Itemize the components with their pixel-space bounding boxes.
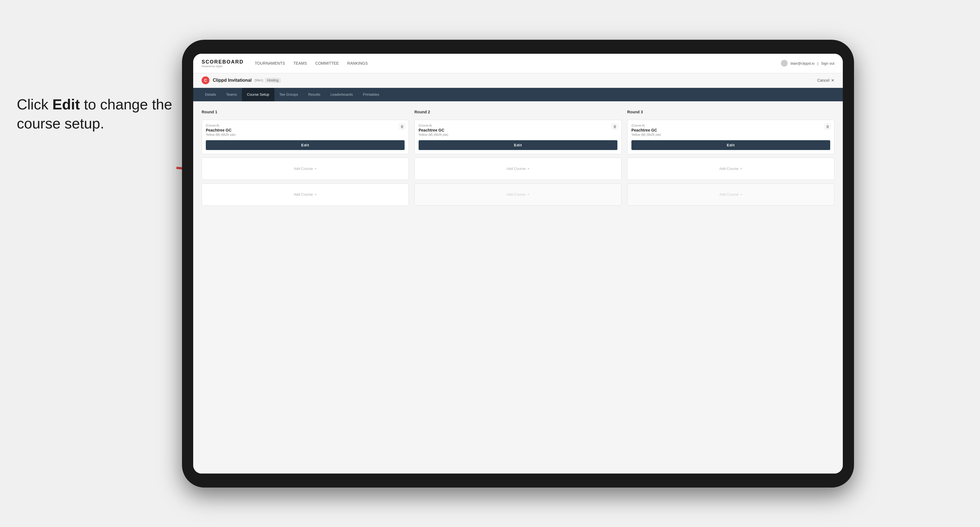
round3-add-course-1-label: Add Course: [719, 167, 739, 171]
plus-icon-1: +: [315, 167, 317, 171]
trash-icon-2: 🗑: [613, 124, 617, 129]
nav-separator: |: [817, 61, 818, 65]
plus-icon-2: +: [315, 192, 317, 197]
round-1-add-course-2[interactable]: Add Course +: [202, 183, 409, 206]
round-1-delete-icon[interactable]: 🗑: [399, 124, 405, 130]
round-3-edit-button[interactable]: Edit: [632, 140, 830, 150]
rounds-container: Round 1 (Course A) Peachtree GC Yellow (…: [202, 110, 834, 206]
tab-teams[interactable]: Teams: [221, 88, 242, 101]
round3-add-course-2-label: Add Course: [719, 192, 739, 197]
round-3-column: Round 3 (Course A) Peachtree GC Yellow (…: [627, 110, 834, 206]
trash-icon: 🗑: [400, 124, 404, 129]
tab-printables[interactable]: Printables: [358, 88, 384, 101]
nav-rankings[interactable]: RANKINGS: [347, 60, 368, 67]
round-1-column: Round 1 (Course A) Peachtree GC Yellow (…: [202, 110, 409, 206]
plus-icon-3: +: [528, 167, 530, 171]
round-3-add-course-2: Add Course +: [627, 183, 834, 206]
round-3-course-card: (Course A) Peachtree GC Yellow (M) (6629…: [627, 120, 834, 154]
user-avatar: [781, 60, 788, 67]
sub-nav: Details Teams Course Setup Tee Groups Re…: [193, 88, 843, 101]
tournament-name: Clippd Invitational: [213, 78, 252, 83]
round-3-delete-icon[interactable]: 🗑: [825, 124, 831, 130]
plus-icon-4: +: [528, 192, 530, 197]
round-2-edit-button[interactable]: Edit: [418, 140, 617, 150]
tablet-device: SCOREBOARD Powered by clippd TOURNAMENTS…: [182, 40, 854, 487]
cancel-button[interactable]: Cancel ✕: [817, 78, 834, 83]
user-email: blair@clippd.io: [791, 61, 814, 65]
logo-title: SCOREBOARD: [202, 59, 243, 65]
tournament-bar: C Clippd Invitational (Men) Hosting Canc…: [193, 73, 843, 88]
round-3-course-name: Peachtree GC: [632, 128, 830, 132]
round-3-add-course-1[interactable]: Add Course +: [627, 157, 834, 180]
round-2-course-name: Peachtree GC: [418, 128, 617, 132]
logo-sub: Powered by clippd: [202, 65, 243, 68]
trash-icon-3: 🗑: [826, 124, 830, 129]
tournament-logo: C: [202, 76, 210, 84]
top-nav: SCOREBOARD Powered by clippd TOURNAMENTS…: [193, 54, 843, 73]
round-2-add-course-2: Add Course +: [414, 183, 622, 206]
plus-icon-5: +: [740, 167, 743, 171]
round-2-course-label: (Course A): [418, 124, 617, 127]
round2-add-course-1-label: Add Course: [506, 167, 526, 171]
scoreboard-logo: SCOREBOARD Powered by clippd: [202, 59, 243, 68]
round-2-delete-icon[interactable]: 🗑: [612, 124, 618, 130]
round-1-course-card: (Course A) Peachtree GC Yellow (M) (6629…: [202, 120, 409, 154]
tournament-gender: (Men): [255, 78, 263, 82]
tab-course-setup[interactable]: Course Setup: [242, 88, 274, 101]
round-3-course-label: (Course A): [632, 124, 830, 127]
close-icon: ✕: [831, 78, 834, 83]
main-nav: TOURNAMENTS TEAMS COMMITTEE RANKINGS: [255, 60, 781, 67]
nav-teams[interactable]: TEAMS: [293, 60, 307, 67]
instruction-bold: Edit: [52, 96, 80, 113]
tab-leaderboards[interactable]: Leaderboards: [325, 88, 358, 101]
round-1-edit-button[interactable]: Edit: [206, 140, 405, 150]
round-2-column: Round 2 (Course A) Peachtree GC Yellow (…: [414, 110, 622, 206]
add-course-2-label: Add Course: [294, 192, 313, 197]
round-2-add-course-1[interactable]: Add Course +: [414, 157, 622, 180]
round-1-title: Round 1: [202, 110, 409, 114]
hosting-badge: Hosting: [265, 78, 281, 83]
round-1-course-details: Yellow (M) (6629 yds): [206, 133, 405, 136]
main-content: Round 1 (Course A) Peachtree GC Yellow (…: [193, 101, 843, 473]
round-1-course-name: Peachtree GC: [206, 128, 405, 132]
round-1-add-course-1[interactable]: Add Course +: [202, 157, 409, 180]
tab-tee-groups[interactable]: Tee Groups: [274, 88, 303, 101]
round2-add-course-2-label: Add Course: [506, 192, 526, 197]
nav-committee[interactable]: COMMITTEE: [315, 60, 339, 67]
nav-right: blair@clippd.io | Sign out: [781, 60, 834, 67]
nav-tournaments[interactable]: TOURNAMENTS: [255, 60, 285, 67]
round-3-title: Round 3: [627, 110, 834, 114]
instruction-text: Click Edit to change the course setup.: [17, 95, 173, 133]
round-2-course-details: Yellow (M) (6629 yds): [418, 133, 617, 136]
round-1-course-label: (Course A): [206, 124, 405, 127]
instruction-prefix: Click: [17, 96, 52, 113]
plus-icon-6: +: [740, 192, 743, 197]
add-course-1-label: Add Course: [294, 167, 313, 171]
round-2-title: Round 2: [414, 110, 622, 114]
tablet-screen: SCOREBOARD Powered by clippd TOURNAMENTS…: [193, 54, 843, 473]
round-3-course-details: Yellow (M) (6629 yds): [632, 133, 830, 136]
tab-details[interactable]: Details: [200, 88, 221, 101]
round-2-course-card: (Course A) Peachtree GC Yellow (M) (6629…: [414, 120, 622, 154]
sign-out-link[interactable]: Sign out: [821, 61, 834, 65]
tab-results[interactable]: Results: [303, 88, 325, 101]
